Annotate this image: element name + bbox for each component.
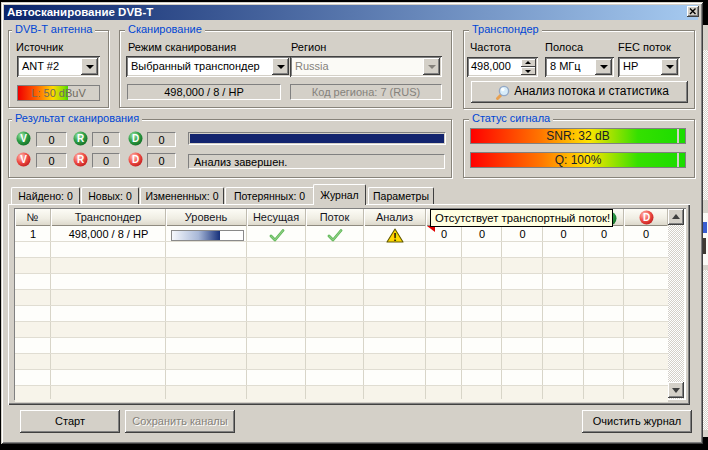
svg-text:D: D — [132, 154, 139, 165]
svg-text:!: ! — [393, 232, 396, 243]
svg-text:D: D — [643, 212, 650, 223]
svg-text:V: V — [20, 154, 27, 165]
svg-text:D: D — [132, 133, 139, 144]
svg-text:R: R — [77, 154, 85, 165]
svg-text:R: R — [77, 133, 85, 144]
svg-text:V: V — [20, 133, 27, 144]
